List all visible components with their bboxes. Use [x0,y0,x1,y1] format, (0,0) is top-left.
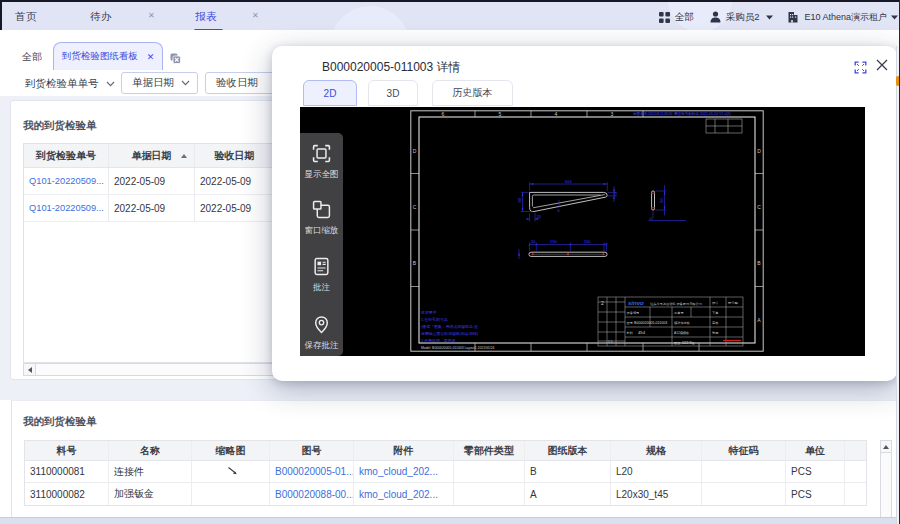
topbar-tab-todo[interactable]: 待办 [90,10,112,24]
svg-text:设备编号: 设备编号 [627,311,641,315]
part-thumbnail-icon [227,466,240,477]
col-header-name[interactable]: 名称 [109,441,192,460]
svg-text:图号: 图号 [627,321,634,325]
tool-label: 批注 [300,282,343,294]
col-header-order-no[interactable]: 到货检验单号 [24,144,109,167]
cad-header-note: 审图意见:2021年11月2日 需去除毛刺锐边 2021.05.24 V1.0(… [633,111,731,116]
thumbnail-cell[interactable] [192,461,270,482]
svg-text:重量: 重量 [674,341,681,345]
table-row[interactable]: 3110000082 加强钣金 B000020088-00... kmo_clo… [25,483,866,505]
col-header-feature-code[interactable]: 特征码 [702,441,786,460]
svg-text:材料: 材料 [626,331,634,335]
zone-ticks [411,111,763,351]
dwg-no-link[interactable]: B000020088-00... [270,483,354,505]
order-no-link[interactable]: Q101-20220509... [24,168,109,194]
grid-icon[interactable] [659,12,670,23]
topbar-tab-home[interactable]: 首页 [15,10,37,24]
app-screen: { "colors": { "accent": "#3b4ae0", "link… [0,0,900,524]
svg-text:3: 3 [611,111,614,117]
annotate-button[interactable]: 批注 [300,257,343,294]
panel-title: 我的到货检验单 [23,415,97,429]
svg-text:2.发黑处理、普通级: 2.发黑处理、普通级 [421,338,455,343]
scroll-left-button[interactable] [24,364,36,375]
dwg-no-link[interactable]: B000020005-01... [270,461,354,482]
horizontal-scrollbar[interactable] [23,363,275,376]
bar-left-arrow [518,252,520,256]
col-header-dwg-no[interactable]: 图号 [270,441,354,460]
attachment-link[interactable]: kmo_cloud_202... [354,483,454,505]
unit-cell: PCS [786,483,845,505]
svg-text:A12模横板: A12模横板 [674,331,690,335]
filler-cell [845,483,866,505]
col-header-part-no[interactable]: 料号 [25,441,109,460]
col-header-doc-date[interactable]: 单据日期 [109,144,195,167]
col-header-unit[interactable]: 单位 [786,441,845,460]
svg-text:技术要求:: 技术要求: [421,310,438,315]
col-header-spec[interactable]: 规格 [611,441,702,460]
svg-text:C: C [413,204,417,210]
table-row[interactable]: Q101-20220509... 2022-05-09 2022-05-09 [24,195,274,222]
parts-table: 料号 名称 缩略图 图号 附件 零部件类型 图纸版本 规格 特征码 单位 311… [24,440,867,506]
save-annotation-button[interactable]: 保存批注 [300,315,343,352]
col-header-part-type[interactable]: 零部件类型 [454,441,525,460]
tab-2d[interactable]: 2D [303,80,357,106]
svg-text:2: 2 [601,300,604,306]
cad-viewer[interactable]: 显示全图 窗口缩放 批注 保存批注 6 5 4 [300,107,865,356]
close-icon[interactable]: ✕ [252,11,259,21]
card-title: 我的到货检验单 [23,119,97,133]
filter-order-no[interactable]: 到货检验单单号 [25,74,115,94]
close-icon[interactable]: ✕ [148,11,155,21]
svg-text:C: C [757,204,761,210]
window-zoom-button[interactable]: 窗口缩放 [300,200,343,237]
svg-text:454: 454 [638,330,646,335]
fit-view-button[interactable]: 显示全图 [300,144,343,181]
tenant-menu[interactable]: E10 Athena演示租户 [804,11,887,24]
attachment-link[interactable]: kmo_cloud_202... [354,461,454,482]
cad-drawing-sheet: 6 5 4 3 D C B D C B A 审图意见:2021年11月2日 需去… [410,110,764,352]
doc-date-cell: 2022-05-09 [109,195,195,221]
tab-history-version[interactable]: 历史版本 [432,80,513,106]
bottom-scrollbar-strip[interactable] [0,517,900,524]
svg-text:1.去除毛刺飞边: 1.去除毛刺飞边 [421,317,448,322]
doc-date-cell: 2022-05-09 [109,168,195,194]
all-apps-button[interactable]: 全部 [675,11,694,24]
page-tab-all[interactable]: 全部 [22,50,42,64]
user-menu[interactable]: 采购员2 [726,11,760,24]
page-tab-active[interactable]: 到货检验图纸看板 ✕ [53,42,163,70]
bottom-inspection-panel: 我的到货检验单 料号 名称 缩略图 图号 附件 零部件类型 图纸版本 规格 特征… [11,400,900,517]
spec-cell: L20x30_t45 [611,483,702,505]
left-inspection-card: 我的到货检验单 到货检验单号 单据日期 验收日期 Q101-20220509..… [10,100,282,380]
col-header-attachment[interactable]: 附件 [354,441,454,460]
tool-label: 显示全图 [300,169,343,181]
sort-asc-icon[interactable] [181,154,187,158]
scroll-up-button[interactable] [881,441,891,453]
col-header-thumbnail[interactable]: 缩略图 [192,441,270,460]
close-others-icon[interactable] [170,50,181,68]
part-side-view [651,191,655,210]
topbar-tab-reports[interactable]: 报表 [195,10,217,24]
tool-label: 保存批注 [300,340,343,352]
arrow-up-icon [883,445,889,449]
chevron-down-icon[interactable] [766,15,773,20]
table-row[interactable]: Q101-20220509... 2022-05-09 2022-05-09 [24,168,274,195]
viewer-toolbar: 显示全图 窗口缩放 批注 保存批注 [300,133,343,356]
col-header-dwg-version[interactable]: 图纸版本 [525,441,611,460]
annotation-icon [312,257,331,276]
topbar-decoration-circle [330,6,410,30]
tab-3d[interactable]: 3D [368,80,418,106]
map-pin-icon [312,315,331,334]
cad-notes: 技术要求: 1.去除毛刺飞边 (遵循『图集』用语点倒圆角边 应 涂覆轴上面台阶倒… [421,310,479,343]
fullscreen-icon[interactable] [854,60,867,73]
table-row[interactable]: 3110000081 连接件 B000020005-01... kmo_clou… [25,461,866,483]
close-icon[interactable]: ✕ [147,52,155,62]
top-bar: 首页 待办 ✕ 报表 ✕ 全部 采购员2 E10 Athena演示租户 [0,0,900,30]
vertical-scrollbar[interactable] [880,440,892,518]
order-no-link[interactable]: Q101-20220509... [24,195,109,221]
chevron-down-icon[interactable] [891,15,898,20]
arrow-left-icon [28,367,32,373]
col-header-accept-date[interactable]: 验收日期 [195,144,274,167]
close-icon[interactable] [875,58,889,72]
filter-doc-date[interactable]: 单据日期 [121,72,198,94]
svg-text:模块加强板: 模块加强板 [674,321,691,325]
feature-code-cell [702,483,786,505]
